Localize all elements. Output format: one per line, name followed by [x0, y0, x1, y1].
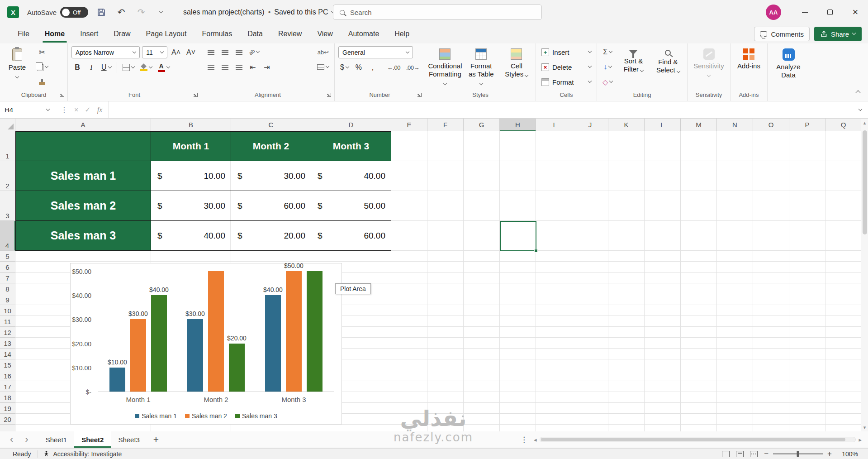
cell-P16[interactable]: [789, 370, 825, 381]
cell-G10[interactable]: [464, 305, 500, 316]
row-header-6[interactable]: 6: [0, 262, 15, 273]
chart-plot-area[interactable]: $10.00$30.00$40.00$30.00$20.00$40.00$50.…: [98, 272, 334, 392]
cell-L6[interactable]: [645, 262, 681, 273]
cell-P11[interactable]: [789, 316, 825, 327]
cell-P17[interactable]: [789, 381, 825, 392]
cell-B1[interactable]: Month 1: [151, 131, 231, 161]
row-header-1[interactable]: 1: [0, 131, 15, 161]
bar-sales-man-1-month-3[interactable]: $40.00: [265, 295, 281, 392]
accessibility-button[interactable]: Accessibility: Investigate: [37, 450, 127, 458]
cell-D4[interactable]: $60.00: [311, 221, 391, 251]
cell-D3[interactable]: $50.00: [311, 191, 391, 221]
new-sheet-button[interactable]: +: [147, 431, 165, 448]
cell-N16[interactable]: [717, 370, 753, 381]
cell-F7[interactable]: [427, 273, 464, 283]
cell-L3[interactable]: [645, 191, 681, 221]
document-title[interactable]: sales man project(charts) • Saved to thi…: [183, 8, 334, 16]
font-size-combo[interactable]: 11: [142, 46, 167, 58]
horizontal-scrollbar[interactable]: ◂ ▸: [534, 431, 862, 448]
undo-button[interactable]: ↶: [114, 5, 128, 19]
align-left-button[interactable]: [205, 61, 217, 73]
column-header-J[interactable]: J: [572, 119, 608, 131]
cell-N20[interactable]: [717, 414, 753, 425]
cell-L15[interactable]: [645, 359, 681, 370]
cell-L21[interactable]: [645, 425, 681, 431]
sheet-tab-sheet2[interactable]: Sheet2: [74, 431, 111, 448]
horizontal-scroll-track[interactable]: [540, 437, 856, 442]
cell-P12[interactable]: [789, 327, 825, 338]
orientation-button[interactable]: ab: [247, 46, 261, 58]
cell-M5[interactable]: [681, 251, 717, 262]
cell-G5[interactable]: [464, 251, 500, 262]
cell-E3[interactable]: [391, 191, 427, 221]
cell-E14[interactable]: [391, 349, 427, 359]
cell-M20[interactable]: [681, 414, 717, 425]
merge-center-button[interactable]: [315, 61, 331, 73]
cell-E18[interactable]: [391, 392, 427, 403]
bar-sales-man-2-month-1[interactable]: $30.00: [130, 319, 146, 392]
cell-M10[interactable]: [681, 305, 717, 316]
column-header-A[interactable]: A: [15, 119, 151, 131]
cell-P20[interactable]: [789, 414, 825, 425]
cell-O8[interactable]: [753, 283, 789, 294]
expand-formula-bar-button[interactable]: [853, 101, 868, 118]
minimize-button[interactable]: [792, 0, 817, 24]
cell-K12[interactable]: [608, 327, 645, 338]
cell-B2[interactable]: $10.00: [151, 161, 231, 191]
cell-L10[interactable]: [645, 305, 681, 316]
cell-Q1[interactable]: [825, 131, 862, 161]
cell-E10[interactable]: [391, 305, 427, 316]
row-header-14[interactable]: 14: [0, 349, 15, 359]
cell-M3[interactable]: [681, 191, 717, 221]
formula-input[interactable]: [109, 101, 853, 118]
horizontal-scroll-thumb[interactable]: [541, 438, 846, 441]
cell-Q4[interactable]: [825, 221, 862, 251]
cell-J18[interactable]: [572, 392, 608, 403]
cell-I5[interactable]: [536, 251, 572, 262]
cell-H11[interactable]: [500, 316, 536, 327]
cell-H14[interactable]: [500, 349, 536, 359]
align-middle-button[interactable]: [219, 46, 231, 58]
column-header-O[interactable]: O: [753, 119, 789, 131]
cell-J3[interactable]: [572, 191, 608, 221]
cell-E16[interactable]: [391, 370, 427, 381]
column-header-G[interactable]: G: [464, 119, 500, 131]
cell-H5[interactable]: [500, 251, 536, 262]
zoom-in-button[interactable]: +: [827, 449, 832, 459]
cell-I21[interactable]: [536, 425, 572, 431]
clear-button[interactable]: ◇: [601, 76, 614, 88]
cell-J10[interactable]: [572, 305, 608, 316]
cell-I8[interactable]: [536, 283, 572, 294]
cell-O16[interactable]: [753, 370, 789, 381]
cell-F15[interactable]: [427, 359, 464, 370]
cell-Q18[interactable]: [825, 392, 862, 403]
bar-sales-man-2-month-3[interactable]: $50.00: [286, 271, 302, 392]
cell-I13[interactable]: [536, 338, 572, 349]
cell-J2[interactable]: [572, 161, 608, 191]
cell-J15[interactable]: [572, 359, 608, 370]
sheet-tab-sheet1[interactable]: Sheet1: [38, 431, 75, 448]
cell-L14[interactable]: [645, 349, 681, 359]
cell-N2[interactable]: [717, 161, 753, 191]
cell-P4[interactable]: [789, 221, 825, 251]
cell-F12[interactable]: [427, 327, 464, 338]
next-sheet-button[interactable]: ›: [25, 434, 28, 445]
cell-F17[interactable]: [427, 381, 464, 392]
cell-L4[interactable]: [645, 221, 681, 251]
cell-F21[interactable]: [427, 425, 464, 431]
column-header-B[interactable]: B: [151, 119, 231, 131]
cell-L11[interactable]: [645, 316, 681, 327]
cell-J19[interactable]: [572, 403, 608, 414]
cell-J13[interactable]: [572, 338, 608, 349]
fill-handle[interactable]: [534, 249, 538, 253]
cell-N7[interactable]: [717, 273, 753, 283]
row-header-5[interactable]: 5: [0, 251, 15, 262]
cell-O1[interactable]: [753, 131, 789, 161]
cell-I6[interactable]: [536, 262, 572, 273]
row-header-16[interactable]: 16: [0, 370, 15, 381]
cell-I19[interactable]: [536, 403, 572, 414]
cell-M21[interactable]: [681, 425, 717, 431]
bar-sales-man-1-month-2[interactable]: $30.00: [187, 319, 203, 392]
cell-O13[interactable]: [753, 338, 789, 349]
cell-E7[interactable]: [391, 273, 427, 283]
